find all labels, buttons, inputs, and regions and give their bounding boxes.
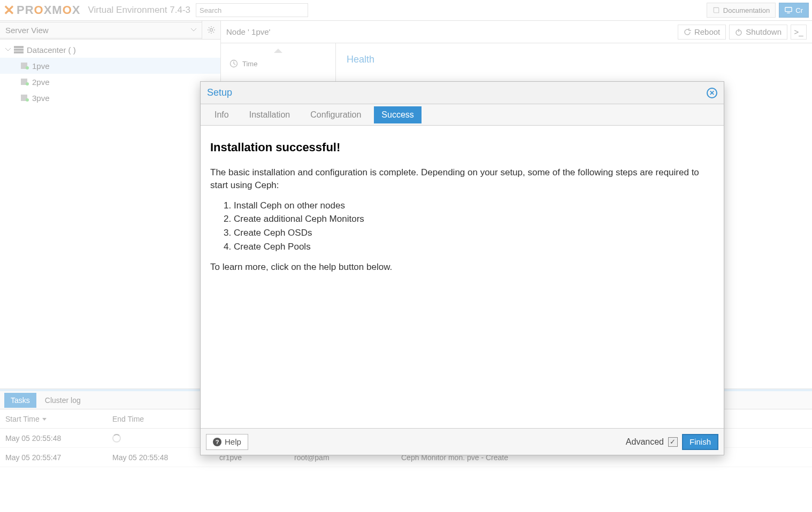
setup-dialog: Setup ✕ Info Installation Configuration … xyxy=(200,81,724,455)
tab-configuration[interactable]: Configuration xyxy=(303,106,369,123)
success-steps: Install Ceph on other nodes Create addit… xyxy=(234,199,714,253)
close-icon: ✕ xyxy=(709,89,715,97)
tab-installation[interactable]: Installation xyxy=(242,106,298,123)
help-button[interactable]: ? Help xyxy=(206,434,248,450)
step-item: Create Ceph OSDs xyxy=(234,227,714,239)
close-button[interactable]: ✕ xyxy=(707,88,717,98)
tab-success[interactable]: Success xyxy=(374,106,421,123)
dialog-tabs: Info Installation Configuration Success xyxy=(201,104,724,126)
step-item: Install Ceph on other nodes xyxy=(234,199,714,212)
success-intro: The basic installation and configuration… xyxy=(210,166,714,192)
advanced-checkbox[interactable]: ✓ xyxy=(668,437,678,447)
advanced-label: Advanced xyxy=(626,437,664,447)
finish-button[interactable]: Finish xyxy=(682,434,718,450)
dialog-footer: ? Help Advanced ✓ Finish xyxy=(201,428,724,455)
success-heading: Installation successful! xyxy=(210,141,714,154)
step-item: Create additional Ceph Monitors xyxy=(234,213,714,226)
help-icon: ? xyxy=(213,438,221,446)
dialog-title: Setup xyxy=(207,87,707,98)
success-outro: To learn more, click on the help button … xyxy=(210,261,714,274)
dialog-body: Installation successful! The basic insta… xyxy=(201,126,724,428)
tab-info[interactable]: Info xyxy=(207,106,236,123)
finish-label: Finish xyxy=(690,437,711,446)
help-label: Help xyxy=(225,437,241,446)
dialog-header: Setup ✕ xyxy=(201,82,724,104)
step-item: Create Ceph Pools xyxy=(234,241,714,253)
check-icon: ✓ xyxy=(670,438,676,446)
